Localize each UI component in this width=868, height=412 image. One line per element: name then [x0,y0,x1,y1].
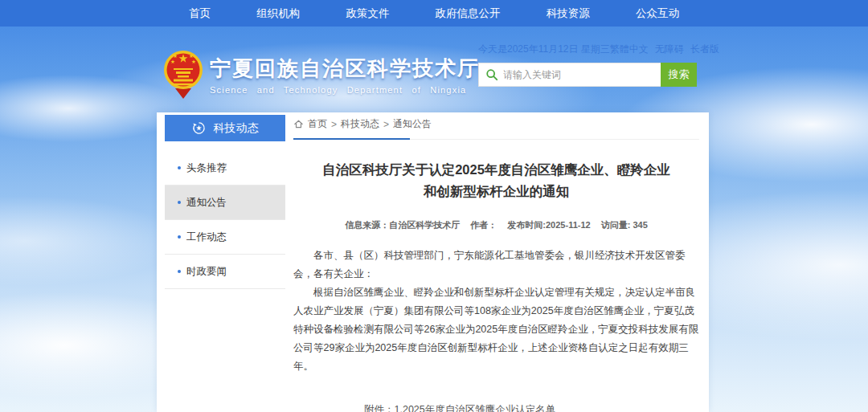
header-utilities: 今天是2025年11月12日 星期三 繁體中文 无障碍 长者版 搜索 [478,43,697,87]
link-accessibility[interactable]: 无障碍 [655,43,684,56]
breadcrumb-divider-accent [293,138,410,140]
breadcrumb-tech-news[interactable]: 科技动态 [341,117,379,131]
meta-views: 访问量: 345 [601,220,648,230]
attachments-list: 1.2025年度自治区雏鹰企业认定名单 2.2025年度自治区瞪羚企业认定名单 … [395,401,586,412]
main-content: 首页 > 科技动态 > 通知公告 自治区科技厅关于认定2025年度自治区雏鹰企业… [293,117,699,412]
bullet-icon [178,270,181,273]
article-title: 自治区科技厅关于认定2025年度自治区雏鹰企业、瞪羚企业 和创新型标杆企业的通知 [293,159,699,202]
home-icon [293,119,304,129]
article-meta: 信息来源：自治区科学技术厅 作者： 发布时间:2025-11-12 访问量: 3… [293,219,699,231]
attachments-label: 附件： [364,401,395,412]
paragraph: 根据自治区雏鹰企业、瞪羚企业和创新型标杆企业认定管理有关规定，决定认定半亩良人农… [293,284,699,376]
sidebar: 科技动态 头条推荐 通知公告 工作动态 时政要闻 [165,115,285,289]
paragraph: 各市、县（区）科技管理部门，宁东能源化工基地管委会，银川经济技术开发区管委会，各… [293,247,699,284]
breadcrumb-divider [293,138,699,140]
site-subtitle: Science and Technology Department of Nin… [210,85,480,95]
nav-item-policy-documents[interactable]: 政策文件 [346,6,389,21]
sidebar-item-label: 通知公告 [186,196,227,210]
attachments-section: 附件： 1.2025年度自治区雏鹰企业认定名单 2.2025年度自治区瞪羚企业认… [364,401,699,412]
attachment-link-1[interactable]: 1.2025年度自治区雏鹰企业认定名单 [395,401,586,412]
sidebar-item-label: 时政要闻 [186,265,227,279]
star-circle-icon [192,121,206,135]
breadcrumb-notices[interactable]: 通知公告 [393,117,432,131]
nav-item-home[interactable]: 首页 [189,6,211,21]
quick-links: 繁體中文 无障碍 长者版 [610,43,719,56]
bullet-icon [178,166,181,169]
site-title: 宁夏回族自治区科学技术厅 [210,56,480,80]
top-navigation-bar: 首页 组织机构 政策文件 政府信息公开 科技资源 公众互动 [0,0,868,27]
search-icon [485,68,498,81]
breadcrumb-separator: > [383,119,389,130]
sidebar-item-work-trends[interactable]: 工作动态 [165,220,285,255]
nav-item-tech-resources[interactable]: 科技资源 [547,6,590,21]
sidebar-item-label: 头条推荐 [186,161,227,175]
search-button[interactable]: 搜索 [661,63,697,87]
top-navigation-items: 首页 组织机构 政策文件 政府信息公开 科技资源 公众互动 [157,0,711,27]
sidebar-title: 科技动态 [214,121,259,136]
nav-item-public-interaction[interactable]: 公众互动 [636,6,679,21]
current-date-text: 今天是2025年11月12日 星期三 [478,43,610,56]
sidebar-header: 科技动态 [165,115,285,141]
breadcrumb-home[interactable]: 首页 [308,117,327,131]
nav-item-gov-info-disclosure[interactable]: 政府信息公开 [436,6,501,21]
search-bar: 搜索 [478,63,697,87]
article-body: 各市、县（区）科技管理部门，宁东能源化工基地管委会，银川经济技术开发区管委会，各… [293,247,699,376]
site-title-block: 宁夏回族自治区科学技术厅 Science and Technology Depa… [210,48,480,95]
content-wrapper: 科技动态 头条推荐 通知公告 工作动态 时政要闻 [157,112,709,412]
meta-source: 信息来源：自治区科学技术厅 [345,220,460,230]
sidebar-menu: 头条推荐 通知公告 工作动态 时政要闻 [165,141,285,289]
link-elderly-version[interactable]: 长者版 [690,43,719,56]
sidebar-item-current-politics[interactable]: 时政要闻 [165,255,285,289]
site-brand: 宁夏回族自治区科学技术厅 Science and Technology Depa… [163,48,480,100]
breadcrumb-separator: > [331,119,337,130]
meta-author: 作者： [470,220,497,230]
meta-publish-time: 发布时间:2025-11-12 [507,220,590,230]
breadcrumb: 首页 > 科技动态 > 通知公告 [293,117,699,131]
sidebar-item-notice-announcement[interactable]: 通知公告 [165,186,285,220]
sidebar-item-label: 工作动态 [186,230,227,244]
sidebar-item-headline-recommend[interactable]: 头条推荐 [165,151,285,186]
national-emblem-logo [163,48,203,100]
bullet-icon [178,235,181,239]
search-input[interactable] [503,69,654,80]
bullet-icon [178,201,181,204]
nav-item-organization[interactable]: 组织机构 [256,6,300,21]
link-traditional-chinese[interactable]: 繁體中文 [610,43,649,56]
page: 首页 组织机构 政策文件 政府信息公开 科技资源 公众互动 [0,0,868,412]
